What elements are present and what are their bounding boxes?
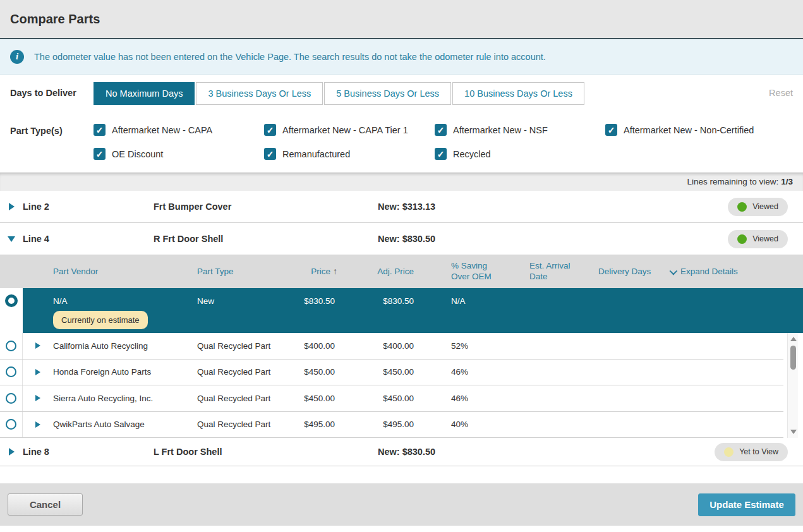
page-header: Compare Parts bbox=[0, 0, 803, 39]
expand-triangle-icon[interactable] bbox=[0, 203, 23, 210]
checkbox-oe-discount[interactable]: ✓ OE Discount bbox=[94, 148, 264, 160]
part-types-label: Part Type(s) bbox=[10, 120, 94, 136]
selected-part-row[interactable]: N/A Currently on estimate New $830.50 $8… bbox=[0, 288, 803, 333]
checkbox-aftermarket-non-certified[interactable]: ✓ Aftermarket New - Non-Certified bbox=[605, 124, 754, 136]
checkbox-checked-icon: ✓ bbox=[435, 124, 447, 136]
col-adj-price[interactable]: Adj. Price bbox=[340, 267, 420, 277]
scrollbar-thumb[interactable] bbox=[790, 346, 796, 370]
line-id: Line 2 bbox=[23, 202, 154, 212]
part-type-cell: Qual Recycled Part bbox=[197, 367, 279, 377]
part-type-cell: New bbox=[197, 288, 279, 306]
adj-price-cell: $400.00 bbox=[340, 341, 420, 351]
viewed-dot-icon bbox=[737, 234, 747, 244]
expand-triangle-icon[interactable] bbox=[23, 369, 53, 375]
vendor-row-sierra[interactable]: Sierra Auto Recycling, Inc. Qual Recycle… bbox=[0, 385, 783, 412]
part-type-cell: Qual Recycled Part bbox=[197, 420, 279, 429]
day-option-5-days[interactable]: 5 Business Days Or Less bbox=[324, 82, 451, 105]
adj-price-cell: $830.50 bbox=[340, 288, 420, 306]
vendor-name: QwikParts Auto Salvage bbox=[53, 420, 197, 429]
banner-message: The odometer value has not been entered … bbox=[34, 52, 546, 62]
part-type-cell: Qual Recycled Part bbox=[197, 394, 279, 403]
expand-triangle-icon[interactable] bbox=[23, 342, 53, 349]
part-type-cell: Qual Recycled Part bbox=[197, 341, 279, 351]
delivery-days-cell bbox=[575, 288, 657, 296]
scroll-down-icon[interactable] bbox=[790, 430, 797, 434]
price-cell: $450.00 bbox=[279, 394, 340, 403]
checkbox-aftermarket-capa-tier1[interactable]: ✓ Aftermarket New - CAPA Tier 1 bbox=[264, 124, 435, 136]
saving-cell: 52% bbox=[420, 341, 499, 351]
cancel-button[interactable]: Cancel bbox=[8, 493, 83, 516]
radio-unselected[interactable] bbox=[6, 341, 16, 351]
col-price-label: Price bbox=[311, 267, 330, 276]
day-option-no-maximum[interactable]: No Maximum Days bbox=[94, 82, 195, 105]
status-label: Viewed bbox=[752, 202, 778, 211]
expander-cell bbox=[23, 288, 53, 296]
update-estimate-button[interactable]: Update Estimate bbox=[698, 493, 795, 516]
sort-ascending-icon: ↑ bbox=[333, 266, 337, 276]
line-part-name: Frt Bumper Cover bbox=[154, 202, 378, 212]
status-badge: Viewed bbox=[728, 230, 788, 248]
est-arrival-cell bbox=[499, 288, 575, 296]
line-id: Line 4 bbox=[23, 234, 154, 244]
radio-selected[interactable] bbox=[5, 294, 18, 307]
vendor-row-california[interactable]: California Auto Recycling Qual Recycled … bbox=[0, 333, 783, 360]
vendor-row-honda[interactable]: Honda Foreign Auto Parts Qual Recycled P… bbox=[0, 360, 783, 386]
line-price: New: $830.50 bbox=[378, 234, 728, 244]
expand-triangle-icon[interactable] bbox=[0, 448, 23, 456]
day-option-10-days[interactable]: 10 Business Days Or Less bbox=[452, 82, 584, 105]
checkbox-checked-icon: ✓ bbox=[94, 124, 106, 136]
expand-triangle-icon[interactable] bbox=[23, 395, 53, 401]
days-to-deliver-label: Days to Deliver bbox=[10, 82, 94, 98]
footer-action-bar: Cancel Update Estimate bbox=[0, 483, 803, 526]
adj-price-cell: $495.00 bbox=[340, 420, 420, 429]
line-price: New: $313.13 bbox=[378, 202, 728, 212]
vendor-table-header: Part Vendor Part Type Price↑ Adj. Price … bbox=[0, 255, 803, 288]
part-type-checkbox-grid: ✓ Aftermarket New - CAPA ✓ Aftermarket N… bbox=[94, 120, 754, 160]
radio-cell bbox=[0, 288, 23, 307]
checkbox-label: Recycled bbox=[453, 149, 491, 159]
col-part-vendor[interactable]: Part Vendor bbox=[53, 267, 197, 277]
vendor-row-qwikparts[interactable]: QwikParts Auto Salvage Qual Recycled Par… bbox=[0, 412, 783, 438]
saving-cell: 46% bbox=[420, 367, 499, 377]
col-price-sorted[interactable]: Price↑ bbox=[279, 266, 340, 277]
line-row-2[interactable]: Line 2 Frt Bumper Cover New: $313.13 Vie… bbox=[0, 191, 803, 223]
radio-unselected[interactable] bbox=[6, 419, 16, 430]
vendor-name: N/A bbox=[53, 296, 68, 306]
line-id: Line 8 bbox=[23, 447, 154, 457]
spacer bbox=[0, 466, 803, 483]
adj-price-cell: $450.00 bbox=[340, 367, 420, 377]
radio-unselected[interactable] bbox=[6, 393, 16, 404]
price-cell: $450.00 bbox=[279, 367, 340, 377]
saving-cell: N/A bbox=[420, 288, 499, 306]
checkbox-label: Aftermarket New - NSF bbox=[453, 125, 548, 135]
col-saving-over-oem[interactable]: % Saving Over OEM bbox=[420, 261, 499, 282]
reset-link[interactable]: Reset bbox=[769, 82, 793, 98]
saving-cell: 40% bbox=[420, 420, 499, 429]
scroll-up-icon[interactable] bbox=[790, 337, 797, 341]
col-part-type[interactable]: Part Type bbox=[197, 267, 279, 277]
radio-unselected[interactable] bbox=[6, 366, 16, 377]
checkbox-recycled[interactable]: ✓ Recycled bbox=[435, 148, 605, 160]
lines-remaining-bar: Lines remaining to view: 1/3 bbox=[0, 172, 803, 191]
price-cell: $400.00 bbox=[279, 341, 340, 351]
expand-triangle-icon[interactable] bbox=[23, 421, 53, 428]
price-cell: $830.50 bbox=[279, 288, 340, 306]
collapse-triangle-icon[interactable] bbox=[0, 236, 23, 242]
col-est-arrival-date[interactable]: Est. Arrival Date bbox=[499, 261, 575, 282]
yet-to-view-dot-icon bbox=[724, 447, 734, 457]
line-row-4[interactable]: Line 4 R Frt Door Shell New: $830.50 Vie… bbox=[0, 223, 803, 255]
expand-details-toggle[interactable]: Expand Details bbox=[657, 267, 803, 277]
line-row-8[interactable]: Line 8 L Frt Door Shell New: $830.50 Yet… bbox=[0, 438, 803, 466]
status-label: Yet to View bbox=[739, 447, 778, 456]
checkbox-remanufactured[interactable]: ✓ Remanufactured bbox=[264, 148, 435, 160]
details-cell bbox=[657, 288, 803, 296]
checkbox-aftermarket-capa[interactable]: ✓ Aftermarket New - CAPA bbox=[94, 124, 264, 136]
filter-panel: Days to Deliver No Maximum Days 3 Busine… bbox=[0, 75, 803, 172]
vertical-scrollbar[interactable] bbox=[787, 333, 798, 438]
col-delivery-days[interactable]: Delivery Days bbox=[575, 267, 657, 277]
checkbox-aftermarket-nsf[interactable]: ✓ Aftermarket New - NSF bbox=[435, 124, 605, 136]
day-option-3-days[interactable]: 3 Business Days Or Less bbox=[196, 82, 323, 105]
checkbox-label: Remanufactured bbox=[282, 149, 350, 159]
checkbox-label: OE Discount bbox=[112, 149, 163, 159]
lines-remaining-value: 1/3 bbox=[781, 177, 793, 186]
